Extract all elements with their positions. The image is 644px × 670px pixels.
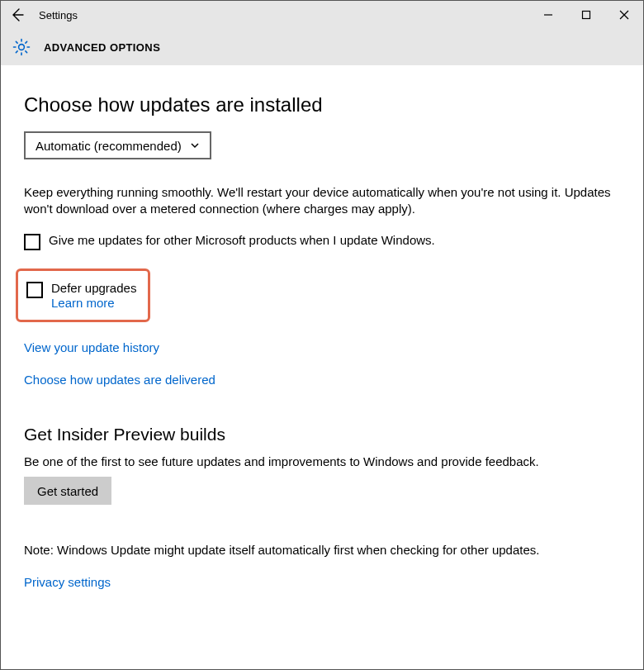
section-heading-insider: Get Insider Preview builds	[24, 425, 620, 444]
minimize-icon	[543, 10, 553, 20]
insider-description: Be one of the first to see future update…	[24, 454, 620, 468]
updates-delivered-link[interactable]: Choose how updates are delivered	[24, 373, 215, 387]
privacy-settings-link[interactable]: Privacy settings	[24, 575, 111, 589]
install-description: Keep everything running smoothly. We'll …	[24, 184, 620, 218]
section-heading-updates: Choose how updates are installed	[24, 93, 620, 116]
back-arrow-icon	[9, 7, 26, 23]
get-started-button[interactable]: Get started	[24, 477, 111, 505]
gear-icon	[11, 36, 32, 58]
close-button[interactable]	[605, 1, 643, 29]
minimize-button[interactable]	[529, 1, 567, 29]
learn-more-link[interactable]: Learn more	[51, 296, 136, 311]
maximize-button[interactable]	[567, 1, 605, 29]
svg-point-4	[19, 45, 25, 50]
titlebar: Settings	[1, 1, 643, 29]
install-mode-dropdown[interactable]: Automatic (recommended)	[24, 131, 211, 159]
checkbox-other-products[interactable]	[24, 234, 40, 250]
checkbox-row-other-products: Give me updates for other Microsoft prod…	[24, 233, 620, 250]
update-note: Note: Windows Update might update itself…	[24, 543, 620, 557]
checkbox-label-defer: Defer upgrades	[51, 281, 136, 297]
maximize-icon	[581, 10, 591, 20]
subheader: ADVANCED OPTIONS	[1, 29, 643, 65]
back-button[interactable]	[1, 1, 34, 29]
checkbox-label-other-products: Give me updates for other Microsoft prod…	[49, 233, 435, 247]
window-title: Settings	[34, 9, 78, 21]
page-title: ADVANCED OPTIONS	[44, 41, 160, 54]
defer-upgrades-highlight: Defer upgrades Learn more	[16, 268, 150, 323]
close-icon	[619, 10, 629, 20]
update-history-link[interactable]: View your update history	[24, 340, 159, 354]
chevron-down-icon	[190, 139, 200, 153]
svg-rect-1	[583, 12, 590, 19]
content: Choose how updates are installed Automat…	[1, 65, 643, 606]
checkbox-defer-upgrades[interactable]	[26, 282, 43, 298]
dropdown-value: Automatic (recommended)	[36, 139, 182, 153]
window-controls	[529, 1, 643, 29]
